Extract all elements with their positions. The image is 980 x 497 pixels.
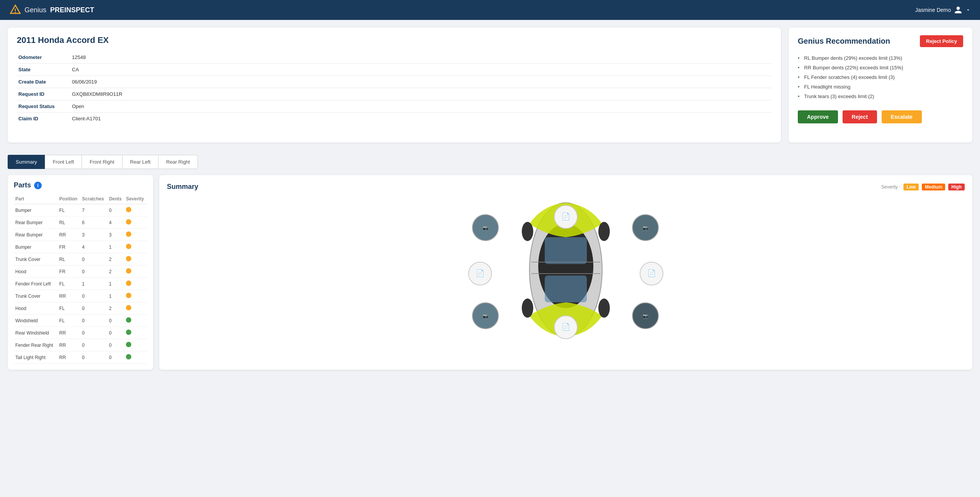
field-value: Client-A1701 <box>70 113 772 125</box>
severity-dot <box>126 244 131 249</box>
part-position: RR <box>58 339 81 351</box>
info-icon: i <box>34 182 42 189</box>
part-dents: 0 <box>108 339 124 351</box>
vehicle-info-row: Claim IDClient-A1701 <box>17 113 772 125</box>
table-row: Tail Light Right RR 0 0 <box>14 351 147 364</box>
part-dents: 0 <box>108 204 124 217</box>
part-scratches: 0 <box>80 315 107 327</box>
logo-icon <box>9 4 21 16</box>
summary-title: Summary <box>167 183 198 191</box>
part-severity <box>124 278 147 290</box>
vehicle-info-row: StateCA <box>17 64 772 76</box>
tab-summary[interactable]: Summary <box>8 155 45 169</box>
part-severity <box>124 315 147 327</box>
rec-title: Genius Recommendation <box>798 37 890 46</box>
part-scratches: 7 <box>80 204 107 217</box>
vehicle-info-row: Odometer12548 <box>17 51 772 64</box>
user-icon[interactable] <box>954 6 962 14</box>
recommendation-item: FL Headlight missing <box>798 82 963 92</box>
approve-button[interactable]: Approve <box>798 110 838 123</box>
svg-point-10 <box>598 222 610 241</box>
part-severity <box>124 229 147 241</box>
top-section: 2011 Honda Accord EX Odometer12548StateC… <box>8 28 972 143</box>
escalate-button[interactable]: Escalate <box>882 110 922 123</box>
tab-rear-right[interactable]: Rear Right <box>158 155 198 169</box>
svg-text:📄: 📄 <box>647 269 656 277</box>
table-row: Fender Rear Right RR 0 0 <box>14 339 147 351</box>
summary-header: Summary Severity : Low Medium High <box>167 183 965 191</box>
part-position: FL <box>58 278 81 290</box>
part-position: RL <box>58 217 81 229</box>
vehicle-title: 2011 Honda Accord EX <box>17 35 772 45</box>
part-severity <box>124 327 147 339</box>
part-name: Windshield <box>14 315 58 327</box>
recommendation-item: Trunk tears (3) exceeds limit (2) <box>798 92 963 101</box>
part-position: RR <box>58 351 81 364</box>
parts-card: Parts i PartPositionScratchesDentsSeveri… <box>8 175 153 370</box>
part-severity <box>124 217 147 229</box>
part-severity <box>124 351 147 364</box>
parts-column-header: Severity <box>124 194 147 204</box>
header: Genius PREINSPECT Jasmine Demo <box>0 0 980 20</box>
part-dents: 0 <box>108 315 124 327</box>
field-label: State <box>17 64 70 76</box>
reject-button[interactable]: Reject <box>843 110 877 123</box>
svg-rect-6 <box>545 276 587 302</box>
part-position: FL <box>58 204 81 217</box>
severity-dot <box>126 293 131 298</box>
table-row: Windshield FL 0 0 <box>14 315 147 327</box>
part-scratches: 4 <box>80 241 107 253</box>
tab-rear-left[interactable]: Rear Left <box>122 155 158 169</box>
tab-front-right[interactable]: Front Right <box>82 155 122 169</box>
svg-text:📄: 📄 <box>562 323 570 331</box>
severity-legend: Severity : Low Medium High <box>881 184 965 190</box>
svg-point-2 <box>15 12 16 13</box>
severity-dot <box>126 305 131 310</box>
severity-dot <box>126 231 131 237</box>
part-scratches: 1 <box>80 278 107 290</box>
part-severity <box>124 241 147 253</box>
table-row: Rear Bumper RR 3 3 <box>14 229 147 241</box>
field-label: Request Status <box>17 100 70 113</box>
svg-text:📄: 📄 <box>476 269 485 277</box>
severity-dot <box>126 342 131 347</box>
severity-label: Severity : <box>881 184 900 190</box>
svg-text:📷: 📷 <box>483 313 488 319</box>
part-name: Fender Front Left <box>14 278 58 290</box>
severity-high-badge: High <box>948 184 965 190</box>
username: Jasmine Demo <box>915 7 951 13</box>
chevron-down-icon[interactable] <box>965 7 971 13</box>
svg-text:📄: 📄 <box>562 212 570 221</box>
user-info: Jasmine Demo <box>915 6 971 14</box>
part-position: RR <box>58 229 81 241</box>
part-scratches: 0 <box>80 290 107 302</box>
part-scratches: 0 <box>80 253 107 266</box>
part-position: FR <box>58 266 81 278</box>
part-dents: 1 <box>108 278 124 290</box>
part-name: Trunk Cover <box>14 253 58 266</box>
field-label: Odometer <box>17 51 70 64</box>
reject-policy-button[interactable]: Reject Policy <box>920 35 963 47</box>
tab-front-left[interactable]: Front Left <box>45 155 82 169</box>
recommendation-card: Genius Recommendation Reject Policy RL B… <box>789 28 972 143</box>
main-content: 2011 Honda Accord EX Odometer12548StateC… <box>0 20 980 377</box>
parts-column-header: Dents <box>108 194 124 204</box>
part-position: RR <box>58 290 81 302</box>
part-scratches: 0 <box>80 327 107 339</box>
part-scratches: 0 <box>80 351 107 364</box>
car-top-svg: 📷 📄 📷 📄 📄 <box>443 197 688 343</box>
part-position: RL <box>58 253 81 266</box>
svg-point-12 <box>598 299 610 318</box>
part-severity <box>124 302 147 315</box>
svg-text:📷: 📷 <box>643 225 648 231</box>
vehicle-info-table: Odometer12548StateCACreate Date06/06/201… <box>17 51 772 125</box>
svg-text:📷: 📷 <box>643 313 648 319</box>
table-row: Rear Bumper RL 6 4 <box>14 217 147 229</box>
parts-title: Parts <box>14 181 31 189</box>
parts-header: Parts i <box>14 181 147 189</box>
table-row: Trunk Cover RL 0 2 <box>14 253 147 266</box>
table-row: Bumper FR 4 1 <box>14 241 147 253</box>
part-name: Rear Bumper <box>14 229 58 241</box>
logo-genius: Genius <box>24 6 46 14</box>
field-value: GXQB8XDM8R9O11R <box>70 88 772 100</box>
